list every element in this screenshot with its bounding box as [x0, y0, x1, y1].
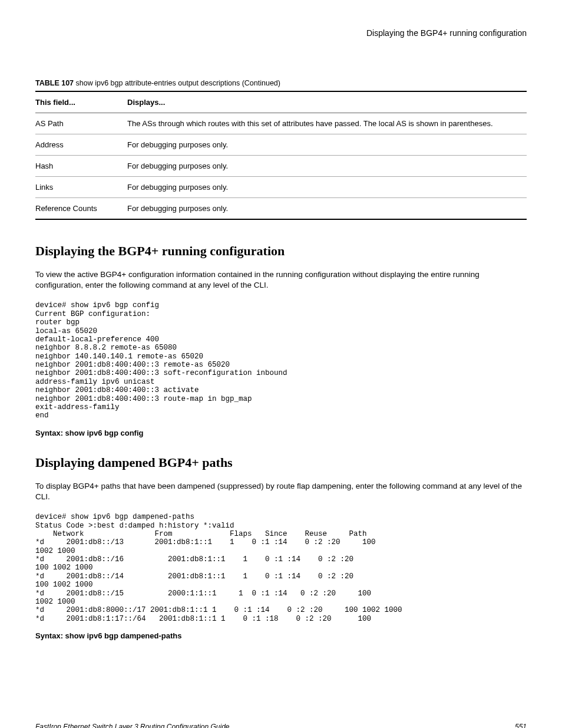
table-header-field: This field... [35, 91, 127, 113]
table-107-caption: TABLE 107 show ipv6 bgp attribute-entrie… [35, 79, 527, 87]
page-header-right: Displaying the BGP4+ running configurati… [35, 28, 527, 38]
footer-page-number: 551 [515, 723, 527, 728]
section-heading-dampened-paths: Displaying dampened BGP4+ paths [35, 455, 527, 470]
cell-desc: For debugging purposes only. [127, 177, 527, 198]
table-header-displays: Displays... [127, 91, 527, 113]
cell-field: Reference Counts [35, 198, 127, 220]
cell-desc: The ASs through which routes with this s… [127, 113, 527, 134]
table-row: Hash For debugging purposes only. [35, 156, 527, 177]
footer-title: FastIron Ethernet Switch Layer 3 Routing… [35, 723, 230, 728]
cell-field: Links [35, 177, 127, 198]
table-row: Links For debugging purposes only. [35, 177, 527, 198]
cell-field: Address [35, 134, 127, 156]
cell-field: Hash [35, 156, 127, 177]
section2-code-block: device# show ipv6 bgp dampened-paths Sta… [35, 513, 527, 623]
cell-field: AS Path [35, 113, 127, 134]
section2-paragraph: To display BGP4+ paths that have been da… [35, 481, 527, 502]
table-107: This field... Displays... AS Path The AS… [35, 91, 527, 220]
cell-desc: For debugging purposes only. [127, 156, 527, 177]
table-label: TABLE 107 [35, 79, 74, 87]
section-heading-running-config: Displaying the BGP4+ running configurati… [35, 243, 527, 259]
section1-paragraph: To view the active BGP4+ configuration i… [35, 269, 527, 291]
table-caption-text: show ipv6 bgp attribute-entries output d… [76, 79, 280, 87]
section2-syntax: Syntax: show ipv6 bgp dampened-paths [35, 631, 527, 640]
table-row: AS Path The ASs through which routes wit… [35, 113, 527, 134]
cell-desc: For debugging purposes only. [127, 198, 527, 220]
page-footer: FastIron Ethernet Switch Layer 3 Routing… [35, 723, 527, 728]
table-row: Reference Counts For debugging purposes … [35, 198, 527, 220]
section1-syntax: Syntax: show ipv6 bgp config [35, 429, 527, 437]
cell-desc: For debugging purposes only. [127, 134, 527, 156]
table-row: Address For debugging purposes only. [35, 134, 527, 156]
section1-code-block: device# show ipv6 bgp config Current BGP… [35, 301, 527, 420]
